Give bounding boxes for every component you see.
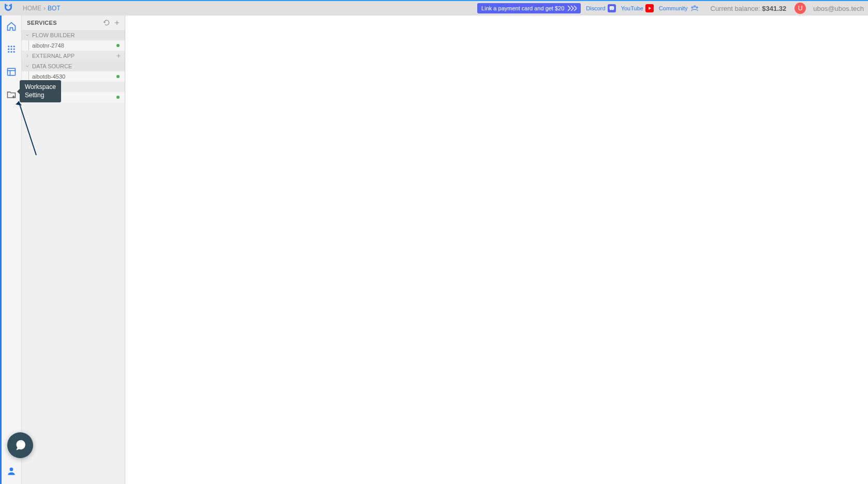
svg-point-6	[11, 46, 12, 47]
rail-apps[interactable]	[6, 43, 17, 55]
svg-point-2	[694, 6, 695, 7]
tree-item-label: aibotnr-2748	[32, 42, 64, 49]
apps-icon	[7, 44, 16, 54]
community-link[interactable]: Community	[659, 4, 699, 13]
balance-label: Current balance:	[711, 5, 762, 12]
link-payment-card-button[interactable]: Link a payment card and get $20	[477, 3, 581, 13]
status-dot-online	[116, 75, 120, 78]
svg-point-10	[13, 49, 15, 50]
chat-widget-button[interactable]	[7, 432, 33, 458]
rail-home[interactable]	[6, 21, 17, 32]
refresh-icon[interactable]	[103, 19, 110, 26]
user-avatar[interactable]: U	[795, 3, 806, 14]
svg-rect-14	[8, 68, 16, 75]
chevrons-right-icon	[567, 5, 577, 11]
svg-point-12	[11, 51, 12, 53]
tree-group-label: EXTERNAL APP	[32, 53, 75, 59]
breadcrumb-separator: ›	[43, 5, 46, 12]
tree-group-label: FLOW BUILDER	[32, 32, 75, 38]
discord-link[interactable]: Discord	[586, 4, 615, 12]
svg-point-13	[13, 51, 15, 53]
youtube-icon	[645, 4, 654, 12]
tooltip-line2: Setting	[25, 92, 44, 99]
chevron-down-icon	[25, 33, 30, 38]
left-rail	[0, 16, 22, 484]
logo-icon	[3, 3, 14, 14]
sidebar-title: SERVICES	[27, 20, 57, 26]
discord-icon	[608, 4, 616, 12]
community-icon	[690, 4, 699, 13]
logo	[2, 2, 14, 14]
chat-icon	[13, 438, 27, 452]
workspace-setting-tooltip: Workspace Setting	[20, 80, 61, 102]
rail-workspace-setting[interactable]	[6, 89, 17, 100]
youtube-label: YouTube	[621, 5, 643, 11]
rail-layout[interactable]	[6, 66, 17, 78]
status-dot-online	[116, 96, 120, 99]
tree-group-flow-builder[interactable]: FLOW BUILDER	[22, 30, 125, 40]
tree-group-external-app[interactable]: EXTERNAL APP	[22, 51, 125, 61]
svg-point-0	[6, 5, 8, 6]
link-payment-card-label: Link a payment card and get $20	[481, 5, 564, 11]
top-bar: HOME › BOT Link a payment card and get $…	[0, 0, 868, 16]
community-label: Community	[659, 5, 688, 11]
topbar-right: Link a payment card and get $20 Discord …	[477, 3, 864, 14]
tree-indent-bar	[28, 40, 29, 51]
tree-group-label: DATA SOURCE	[32, 63, 72, 69]
svg-point-5	[8, 46, 9, 47]
home-icon	[6, 21, 17, 32]
svg-point-15	[10, 467, 13, 471]
breadcrumb-current[interactable]: BOT	[48, 5, 61, 12]
balance-value: $341.32	[762, 5, 786, 12]
tree-item-aibotnr[interactable]: aibotnr-2748	[22, 40, 125, 51]
user-email[interactable]: ubos@ubos.tech	[813, 5, 864, 12]
layout-icon	[6, 67, 17, 77]
folder-add-icon	[6, 89, 17, 100]
sidebar-header: SERVICES	[22, 16, 125, 30]
add-external-app-icon[interactable]	[115, 53, 122, 59]
discord-label: Discord	[586, 5, 605, 11]
chevron-down-icon	[25, 64, 30, 69]
user-icon	[6, 466, 17, 476]
tree-group-data-source[interactable]: DATA SOURCE	[22, 61, 125, 71]
balance-display: Current balance: $341.32	[711, 5, 787, 12]
status-dot-online	[116, 44, 120, 47]
avatar-letter: U	[798, 5, 803, 12]
svg-point-9	[11, 49, 12, 50]
chevron-right-icon	[25, 53, 30, 58]
rail-user[interactable]	[6, 465, 17, 477]
svg-point-3	[692, 7, 693, 8]
svg-point-11	[8, 51, 9, 53]
sidebar-header-actions	[103, 19, 121, 26]
svg-point-7	[13, 46, 15, 47]
breadcrumb-home[interactable]: HOME	[23, 5, 41, 12]
tree-item-label: aibotdb-4530	[32, 73, 65, 80]
tooltip-line1: Workspace	[25, 83, 56, 90]
breadcrumb: HOME › BOT	[23, 5, 61, 12]
main-content-area	[125, 16, 868, 484]
svg-point-8	[8, 49, 9, 50]
youtube-link[interactable]: YouTube	[621, 4, 654, 12]
svg-point-1	[9, 5, 10, 6]
svg-point-4	[696, 7, 698, 8]
plus-icon[interactable]	[113, 19, 121, 26]
